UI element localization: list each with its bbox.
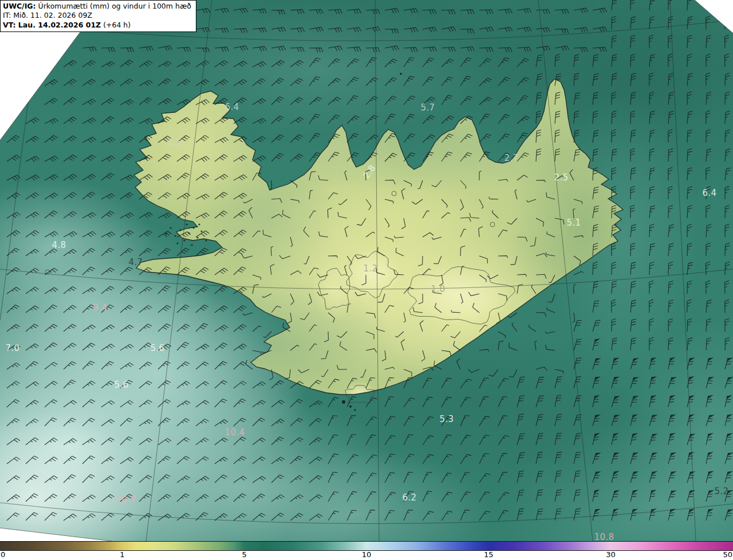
colorbar-tick-5: 5: [242, 550, 246, 559]
contour-label: 1.0: [431, 284, 446, 294]
colorbar-tick-1: 1: [120, 550, 124, 559]
contour-label: 2.6: [168, 137, 182, 148]
contour-label: 10.7: [116, 495, 136, 505]
colorbar-tick-50: 50: [723, 550, 732, 559]
map-init-time: IT: Mið. 11. 02. 2026 09Z: [3, 11, 191, 20]
contour-label: 1.2: [364, 263, 378, 274]
colorbar-tick-10: 10: [362, 550, 372, 559]
contour-label: 6.2: [403, 492, 417, 503]
lead-time-label: (+64 h): [103, 21, 131, 29]
colorbar-tick-0: 0: [1, 550, 5, 559]
contour-label: 5.6: [151, 343, 165, 353]
contour-label: 10.4: [225, 427, 245, 437]
map-title-box: UWC/IG: Úrkomumætti (mm) og vindur i 100…: [0, 0, 196, 32]
colorbar-tick-15: 15: [484, 550, 494, 559]
contour-label: 4.8: [52, 240, 66, 250]
map-valid-time: VT: Lau. 14.02.2026 01Z (+64 h): [3, 21, 191, 30]
contour-label: 5.3: [440, 414, 454, 424]
contour-label: 6.4: [703, 188, 717, 198]
precipitation-colorbar: [0, 541, 733, 551]
contour-label: 7.0: [6, 343, 20, 353]
contour-label: 6.4: [225, 102, 239, 112]
contour-label: 5.1: [567, 218, 581, 228]
contour-label: 5.7: [421, 102, 435, 113]
map-title-line1: UWC/IG: Úrkomumætti (mm) og vindur i 100…: [3, 2, 191, 11]
contour-label: 9.4: [93, 302, 108, 313]
weather-map-page: UWC/IG: Úrkomumætti (mm) og vindur i 100…: [0, 0, 733, 560]
colorbar-tick-labels: 01510153050: [0, 551, 733, 560]
contour-label: 5.6: [115, 380, 129, 390]
parameter-label: Úrkomumætti (mm) og vindur i 100m hæð: [38, 2, 191, 10]
contour-label: 5.2: [715, 486, 729, 496]
contour-label: 2.7: [505, 153, 519, 163]
colorbar-tick-30: 30: [606, 550, 616, 559]
model-id-label: UWC/IG:: [3, 2, 36, 10]
contour-label: 2.5: [554, 172, 569, 183]
contour-label: 4.7: [129, 257, 143, 267]
valid-time-label: VT: Lau. 14.02.2026 01Z: [3, 21, 101, 29]
